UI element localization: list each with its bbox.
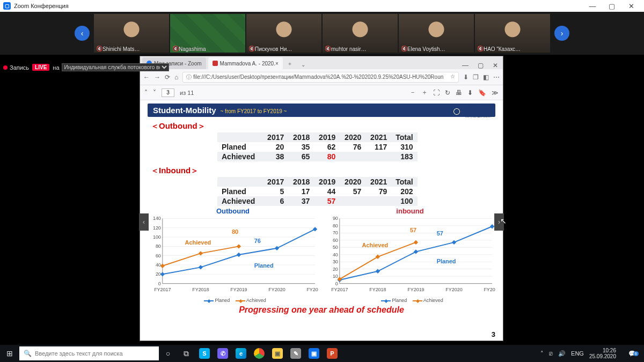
skype-app-icon[interactable]: S — [195, 345, 214, 362]
svg-text:100: 100 — [153, 234, 161, 240]
library-button[interactable]: ❐ — [473, 73, 479, 81]
svg-text:50: 50 — [333, 245, 338, 250]
svg-text:80: 80 — [232, 228, 238, 235]
participant-tile[interactable]: 🔇Shinichi Mats… — [94, 14, 169, 53]
svg-rect-64 — [414, 249, 418, 254]
outbound-heading: Outbound — [151, 121, 495, 131]
outbound-chart-svg: 020406080100120140FY2017FY2018FY2019FY20… — [148, 215, 318, 295]
powerpoint-app-icon[interactable]: P — [323, 345, 341, 362]
pdf-page-input[interactable] — [162, 88, 174, 97]
svg-text:76: 76 — [254, 238, 261, 244]
svg-text:80: 80 — [156, 243, 161, 249]
zoom-title: Zoom Конференция — [14, 3, 69, 9]
pdf-print-button[interactable]: 🖶 — [456, 89, 462, 97]
mute-icon: 🔇 — [248, 46, 255, 51]
svg-text:0: 0 — [335, 281, 338, 286]
browser-close-button[interactable]: ✕ — [488, 62, 503, 69]
svg-text:Planed: Planed — [254, 262, 274, 269]
action-center-button[interactable]: 💬6 — [625, 350, 640, 357]
svg-rect-26 — [275, 246, 279, 250]
zoom-app-icon: ▢ — [3, 2, 11, 10]
notes-app-icon[interactable]: ✎ — [287, 345, 305, 362]
pdf-zoom-out-button[interactable]: － — [409, 88, 416, 97]
slide-title: Student-Mobility — [153, 106, 216, 115]
pdf-prev-page-button[interactable]: ˄ — [144, 89, 148, 97]
record-icon — [3, 65, 8, 70]
window-minimize-button[interactable]: — — [583, 2, 602, 10]
window-maximize-button[interactable]: ▢ — [602, 2, 621, 10]
address-bar[interactable]: ⓘ file:///C:/Users/user/Desktop/презента… — [182, 72, 459, 83]
gallery-next-button[interactable]: › — [554, 26, 569, 41]
presentation-slide: Student-Mobility ~ from FY2017 to FY2019… — [140, 100, 503, 341]
share-next-button[interactable]: › — [494, 213, 504, 231]
svg-rect-29 — [199, 251, 203, 255]
svg-text:FY2018: FY2018 — [369, 287, 386, 292]
viber-app-icon[interactable]: ✆ — [214, 345, 232, 362]
svg-text:FY2021: FY2021 — [306, 287, 318, 292]
nav-forward-button[interactable]: → — [154, 73, 160, 81]
browser-tab[interactable]: Mammadova A. - 2020.× — [208, 57, 283, 69]
browser-minimize-button[interactable]: — — [458, 62, 473, 69]
svg-text:FY2017: FY2017 — [331, 287, 348, 292]
downloads-button[interactable]: ⬇ — [463, 73, 469, 81]
svg-rect-30 — [237, 244, 241, 248]
svg-text:Achieved: Achieved — [362, 242, 389, 248]
start-button[interactable]: ⊞ — [0, 349, 19, 358]
outbound-table: 20172018201920202021Total Planed20356276… — [217, 132, 418, 161]
language-indicator[interactable]: ENG — [571, 350, 584, 357]
participant-tile[interactable]: 🔇Пискунов Ни… — [246, 14, 321, 53]
browser-menu-button[interactable]: ⋯ — [493, 73, 500, 81]
svg-text:90: 90 — [333, 216, 338, 221]
svg-text:FY2017: FY2017 — [154, 287, 171, 292]
svg-rect-25 — [237, 253, 241, 257]
taskbar-search[interactable]: 🔍 Введите здесь текст для поиска — [19, 346, 159, 360]
inbound-table: 20172018201920202021Total Planed51744577… — [217, 177, 418, 206]
tab-overflow-button[interactable]: ⌄ — [297, 60, 310, 69]
participant-tile[interactable]: 🔇Nagashima — [170, 14, 245, 53]
nav-back-button[interactable]: ← — [143, 73, 150, 81]
svg-text:FY2019: FY2019 — [230, 287, 247, 292]
taskbar-clock[interactable]: 10:26 25.09.2020 — [589, 348, 619, 359]
pdf-download-button[interactable]: ⬇ — [467, 89, 473, 97]
inbound-chart-svg: 0102030405060708090FY2017FY2018FY2019FY2… — [325, 215, 495, 295]
account-button[interactable]: ◧ — [483, 73, 489, 81]
gallery-prev-button[interactable]: ‹ — [75, 26, 90, 41]
share-prev-button[interactable]: ‹ — [139, 213, 149, 231]
explorer-app-icon[interactable]: ▣ — [268, 345, 287, 362]
pdf-zoom-in-button[interactable]: ＋ — [421, 88, 428, 97]
nav-reload-button[interactable]: ⟳ — [165, 73, 170, 81]
tray-overflow-button[interactable]: ˄ — [540, 350, 544, 357]
volume-icon[interactable]: 🔊 — [558, 350, 566, 357]
participant-tile[interactable]: 🔇muhtor nasir… — [323, 14, 398, 53]
zoom-app-taskbar-icon[interactable]: ▣ — [305, 345, 323, 362]
participant-tile[interactable]: 🔇Elena Voytish… — [399, 14, 474, 53]
browser-maximize-button[interactable]: ▢ — [473, 62, 488, 69]
wifi-icon[interactable]: ⎚ — [549, 350, 553, 357]
inbound-legend: Planed Achieved — [325, 298, 495, 303]
slide-subtitle: ~ from FY2017 to FY2019 ~ — [220, 108, 287, 114]
stream-target-select[interactable]: Индивидуальная служба потокового вещания — [62, 63, 169, 71]
zoom-titlebar: ▢ Zoom Конференция — ▢ ✕ — [0, 0, 644, 12]
svg-text:40: 40 — [156, 262, 161, 268]
system-tray: ˄ ⎚ 🔊 ENG 10:26 25.09.2020 💬6 — [536, 348, 644, 359]
svg-text:FY2019: FY2019 — [407, 287, 424, 292]
svg-text:FY2020: FY2020 — [445, 287, 462, 292]
pdf-rotate-button[interactable]: ↻ — [445, 89, 450, 97]
cortana-button[interactable]: ○ — [159, 345, 177, 362]
shared-screen: Мои записи - Zoom Mammadova A. - 2020.× … — [140, 56, 503, 341]
chrome-app-icon[interactable] — [250, 345, 268, 362]
new-tab-button[interactable]: ＋ — [283, 58, 297, 69]
task-view-button[interactable]: ⧉ — [177, 345, 195, 362]
nav-home-button[interactable]: ⌂ — [174, 73, 178, 81]
pdf-tools-button[interactable]: ≫ — [492, 89, 499, 97]
svg-text:60: 60 — [333, 238, 338, 243]
svg-text:FY2020: FY2020 — [268, 287, 285, 292]
pdf-next-page-button[interactable]: ˅ — [153, 89, 156, 97]
window-close-button[interactable]: ✕ — [621, 2, 641, 10]
participant-tile[interactable]: 🔇НАО "Казахс… — [475, 14, 550, 53]
pdf-bookmark-button[interactable]: 🔖 — [478, 89, 486, 97]
pdf-favicon-icon — [213, 61, 218, 66]
pdf-fit-button[interactable]: ⛶ — [433, 89, 440, 97]
mute-icon: 🔇 — [172, 46, 179, 51]
edge-app-icon[interactable]: e — [232, 345, 250, 362]
